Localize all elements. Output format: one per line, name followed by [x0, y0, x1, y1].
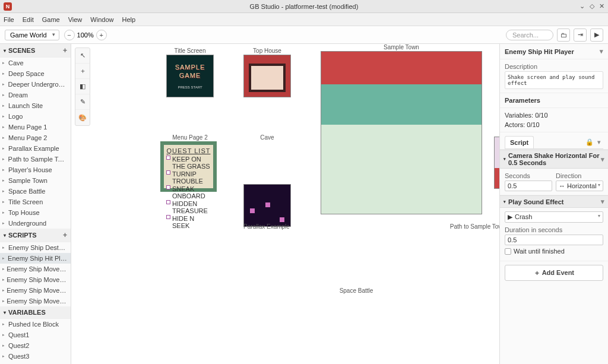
sidebar-item-scene[interactable]: ▸Player's House [0, 164, 71, 175]
sidebar-item-scene[interactable]: ▸Menu Page 2 [0, 132, 71, 143]
lock-icon[interactable]: 🔒 [585, 138, 594, 146]
chevron-right-icon: ▸ [2, 333, 8, 337]
mode-dropdown[interactable]: Game World [5, 30, 59, 40]
sidebar-item-scene[interactable]: ▸Parallax Example [0, 143, 71, 154]
menu-game[interactable]: Game [42, 16, 60, 23]
sidebar-item-label: Menu Page 2 [8, 134, 47, 141]
sidebar-item-label: Enemy Ship Hit Player [8, 255, 67, 262]
sidebar-item-scene[interactable]: ▸Menu Page 1 [0, 122, 71, 132]
seconds-input[interactable]: 0.5 [505, 181, 552, 191]
sidebar-item-variable[interactable]: ▸Quest3 [0, 351, 71, 362]
sidebar-item-script[interactable]: ▸Enemy Ship Movement Dia... [0, 285, 71, 296]
direction-select[interactable]: ↔ Horizontal [556, 181, 603, 191]
app-icon: N [4, 2, 12, 11]
sidebar-item-script[interactable]: ▸Enemy Ship Movement Dia... [0, 264, 71, 274]
scene-label: Parallax Example [148, 223, 385, 230]
sidebar-item-script[interactable]: ▸Enemy Ship Destroy [0, 242, 71, 253]
sidebar-item-label: Enemy Ship Movement Dia... [7, 287, 67, 294]
add-tool[interactable]: ＋ [75, 64, 90, 79]
eraser-icon: ◧ [80, 83, 86, 90]
checkbox-icon [166, 215, 170, 219]
sidebar-item-label: Player's House [8, 166, 52, 173]
menu-file[interactable]: File [4, 16, 14, 23]
minimize-icon[interactable]: ⌄ [580, 2, 585, 10]
add-event-button[interactable]: ＋ Add Event [505, 265, 603, 281]
search-input[interactable]: Search... [506, 30, 553, 40]
inspector-menu-icon[interactable]: ▾ [600, 48, 603, 55]
quest-item: KEEP ON THE GRASS [166, 156, 211, 170]
sidebar-item-scene[interactable]: ▸Deep Space [0, 68, 71, 79]
sound-effect-select[interactable]: ▶ Crash [505, 211, 603, 223]
chevron-right-icon: ▸ [2, 157, 8, 162]
quest-list-title: QUEST LIST [166, 147, 211, 154]
sidebar-item-scene[interactable]: ▸Path to Sample Town [0, 154, 71, 164]
sidebar-item-variable[interactable]: ▸Pushed Ice Block [0, 319, 71, 330]
tab-menu-icon[interactable]: ▾ [597, 138, 601, 146]
sidebar-item-script[interactable]: ▸Enemy Ship Movement Ver... [0, 296, 71, 306]
sidebar-item-script[interactable]: ▸Enemy Ship Hit Player [0, 253, 71, 264]
scripts-header[interactable]: ▾ SCRIPTS + [0, 229, 71, 242]
play-icon: ▶ [508, 213, 512, 221]
tab-script[interactable]: Script [505, 136, 534, 148]
scenes-header[interactable]: ▾ SCENES + [0, 44, 71, 58]
export-icon[interactable]: ⇥ [574, 29, 587, 42]
paint-tool[interactable]: ✎ [75, 94, 90, 110]
menu-window[interactable]: Window [90, 16, 113, 23]
sidebar-item-scene[interactable]: ▸Deeper Underground [0, 79, 71, 90]
sidebar-item-label: Sample Town [8, 177, 48, 184]
sidebar-item-label: Title Screen [8, 198, 43, 205]
scene-sample-town[interactable] [321, 51, 482, 214]
sidebar-item-scene[interactable]: ▸Title Screen [0, 197, 71, 207]
sidebar-item-scene[interactable]: ▸Dream [0, 90, 71, 100]
add-scene-button[interactable]: + [63, 46, 67, 55]
sidebar-item-scene[interactable]: ▸Space Battle [0, 186, 71, 197]
variables-header[interactable]: ▾ VARIABLES [0, 306, 71, 319]
event-play-sound-header[interactable]: ▾ Play Sound Effect ▾ [500, 195, 608, 208]
wait-checkbox[interactable] [505, 248, 511, 255]
sidebar-item-scene[interactable]: ▸Launch Site [0, 100, 71, 111]
play-button[interactable]: ▶ [590, 29, 603, 42]
sidebar-item-scene[interactable]: ▸Logo [0, 111, 71, 122]
zoom-in-button[interactable]: + [96, 30, 107, 40]
parameters-header: Parameters [500, 93, 608, 108]
folder-icon[interactable]: 🗀 [557, 29, 570, 42]
sidebar-item-scene[interactable]: ▸Underground [0, 218, 71, 229]
chevron-right-icon: ▸ [2, 343, 8, 348]
menu-help[interactable]: Help [122, 16, 135, 23]
scene-launch-site[interactable] [494, 137, 499, 189]
select-tool[interactable]: ↖ [75, 48, 90, 64]
sidebar-item-variable[interactable]: ▸Quest4 [0, 362, 71, 364]
chevron-right-icon: ▸ [2, 256, 8, 261]
chevron-right-icon: ▸ [2, 146, 8, 151]
colors-tool[interactable]: 🎨 [75, 110, 90, 125]
scene-menu-page-2[interactable]: QUEST LIST KEEP ON THE GRASSTURNIP TROUB… [160, 141, 217, 192]
canvas[interactable]: ↖ ＋ ◧ ✎ 🎨 Title Screen SAMPLEGAME PRESS … [71, 44, 499, 364]
sidebar-item-scene[interactable]: ▸Top House [0, 207, 71, 218]
sidebar-item-script[interactable]: ▸Enemy Ship Movement Dia... [0, 274, 71, 285]
checkbox-icon [166, 185, 170, 189]
event-menu-icon[interactable]: ▾ [601, 156, 604, 163]
duration-input[interactable]: 0.5 [505, 235, 603, 245]
sidebar-item-scene[interactable]: ▸Cave [0, 58, 71, 68]
sidebar-item-label: Underground [8, 220, 46, 227]
menu-view[interactable]: View [68, 16, 83, 23]
press-start: PRESS START [178, 86, 202, 89]
menubar: File Edit Game View Window Help [0, 13, 608, 26]
zoom-out-button[interactable]: − [64, 30, 75, 40]
scene-title-screen[interactable]: SAMPLEGAME PRESS START [166, 55, 214, 97]
inspector-title-row: Enemy Ship Hit Player ▾ [500, 44, 608, 59]
sidebar-item-scene[interactable]: ▸Sample Town [0, 175, 71, 186]
event-menu-icon[interactable]: ▾ [601, 198, 604, 205]
menu-edit[interactable]: Edit [23, 16, 34, 23]
description-field[interactable]: Shake screen and play sound effect [505, 71, 603, 89]
scene-cave[interactable] [243, 184, 291, 227]
sidebar: ▾ SCENES + ▸Cave▸Deep Space▸Deeper Under… [0, 44, 71, 364]
add-script-button[interactable]: + [63, 231, 67, 239]
event-camera-shake-header[interactable]: ▾ Camera Shake Horizontal For 0.5 Second… [500, 150, 608, 169]
sidebar-item-variable[interactable]: ▸Quest1 [0, 330, 71, 340]
sidebar-item-variable[interactable]: ▸Quest2 [0, 340, 71, 351]
close-icon[interactable]: ✕ [599, 2, 604, 10]
maximize-icon[interactable]: ◇ [590, 2, 594, 10]
erase-tool[interactable]: ◧ [75, 79, 90, 94]
scene-top-house[interactable] [243, 55, 291, 97]
